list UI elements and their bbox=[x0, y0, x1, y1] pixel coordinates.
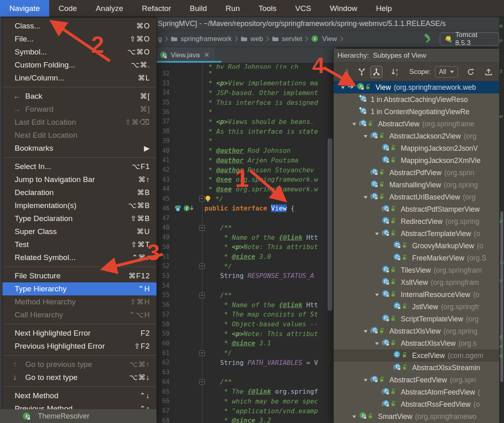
line-number[interactable]: 54 bbox=[156, 282, 174, 289]
menubar-item-code[interactable]: Code bbox=[49, 0, 86, 17]
line-number[interactable]: 59 bbox=[156, 330, 174, 337]
code-line-49[interactable]: 49 * Name of the {@link Htt bbox=[156, 232, 337, 242]
close-icon[interactable]: ✕ bbox=[204, 51, 210, 59]
menu-item-file[interactable]: File...⇧⌘O bbox=[2, 33, 156, 46]
code-line-64[interactable]: 64− /** bbox=[156, 377, 337, 387]
code-line-56[interactable]: 56 * Name of the {@link Htt bbox=[156, 300, 337, 310]
hierarchy-row-freemarkerview[interactable]: CFreeMarkerView(org.S bbox=[334, 252, 499, 264]
code-line-55[interactable]: 55− /** bbox=[156, 291, 337, 300]
code-line-44[interactable]: 44 * @see org.springframework.w bbox=[156, 184, 337, 194]
menu-item-line-column[interactable]: Line/Column...⌘L bbox=[2, 72, 156, 85]
line-number[interactable]: 45 bbox=[156, 195, 174, 202]
code-area[interactable]: * by Rod Johnson (in ch32 *33 * <p>View … bbox=[156, 63, 337, 423]
expand-arrow[interactable] bbox=[361, 329, 370, 334]
line-number[interactable]: 55 bbox=[156, 291, 174, 299]
code-line-50[interactable]: 50 * <p>Note: This attribut bbox=[156, 242, 337, 252]
fold-handle-icon[interactable]: − bbox=[199, 225, 205, 231]
menu-item-type-declaration[interactable]: Type Declaration⇧⌘B bbox=[2, 212, 156, 225]
line-number[interactable]: 46 bbox=[156, 205, 174, 212]
line-number[interactable]: 36 bbox=[156, 108, 174, 116]
expand-all-button[interactable] bbox=[482, 66, 495, 78]
menu-item-next-highlighted-error[interactable]: Next Highlighted ErrorF2 bbox=[2, 327, 156, 340]
expand-arrow[interactable] bbox=[361, 377, 370, 383]
hierarchy-row-mappingjackson2xmlvie[interactable]: CMappingJackson2XmlVie bbox=[334, 154, 499, 167]
line-number[interactable]: 53 bbox=[156, 272, 174, 280]
expand-arrow[interactable] bbox=[349, 414, 359, 419]
hierarchy-row-mappingjackson2jsonv[interactable]: CMappingJackson2JsonV bbox=[334, 142, 499, 154]
hierarchy-row-abstractxlsxview[interactable]: (CAbstractXlsxView(org.s bbox=[334, 337, 499, 349]
menu-item-next-edit-location[interactable]: Next Edit Location bbox=[2, 129, 156, 142]
menubar-item-tools[interactable]: Tools bbox=[249, 0, 286, 17]
line-number[interactable]: 63 bbox=[156, 369, 174, 376]
background-tree-row[interactable]: I ThemeResolver bbox=[0, 409, 156, 423]
line-number[interactable]: 65 bbox=[156, 388, 174, 395]
hierarchy-row-xsltview[interactable]: CXsltView(org.springfram bbox=[334, 276, 499, 289]
hierarchy-row-view[interactable]: IView(org.springframework.web bbox=[334, 81, 499, 93]
expand-arrow[interactable] bbox=[372, 341, 382, 346]
line-number[interactable]: 49 bbox=[156, 234, 174, 241]
menu-item-class[interactable]: Class...⌘O bbox=[2, 20, 156, 33]
expand-arrow[interactable] bbox=[361, 134, 370, 139]
hierarchy-row-abstractview[interactable]: (CAbstractView(org.springframe bbox=[334, 118, 499, 130]
code-line-34[interactable]: 34 * JSP-based. Other implement bbox=[156, 88, 337, 98]
code-line-47[interactable]: 47 bbox=[156, 213, 337, 223]
code-line-63[interactable]: 63 bbox=[156, 367, 337, 377]
fold-handle-icon[interactable]: − bbox=[199, 263, 205, 269]
editor-scrollbar[interactable] bbox=[328, 138, 332, 311]
fold-handle-icon[interactable]: − bbox=[199, 196, 205, 202]
line-number[interactable]: 61 bbox=[156, 349, 174, 357]
refresh-button[interactable] bbox=[465, 66, 477, 78]
menu-item-select-in[interactable]: Select In...⌥F1 bbox=[2, 160, 156, 173]
code-line-65[interactable]: 65 * The {@link org.springf bbox=[156, 387, 337, 397]
line-number[interactable]: 58 bbox=[156, 321, 174, 328]
code-line-68[interactable]: 68 * @since 3.2 bbox=[156, 416, 337, 423]
expand-arrow[interactable] bbox=[372, 231, 382, 236]
code-line-36[interactable]: 36 * bbox=[156, 107, 337, 117]
hierarchy-row-tilesview[interactable]: CTilesView(org.springfram bbox=[334, 264, 499, 276]
expand-arrow[interactable] bbox=[361, 195, 370, 200]
hierarchy-row-abstractatomfeedview[interactable]: (CAbstractAtomFeedView( bbox=[334, 386, 499, 398]
breadcrumb-item-springframework[interactable]: springframework bbox=[171, 35, 238, 43]
code-line-40[interactable]: 40 * @author Rod Johnson bbox=[156, 146, 337, 156]
menu-item-symbol[interactable]: Symbol...⌥⌘O bbox=[2, 46, 156, 59]
menu-item-related-symbol[interactable]: Related Symbol...⌃⌘↑ bbox=[2, 251, 156, 264]
hierarchy-row-marshallingview[interactable]: CMarshallingView(org.spring bbox=[334, 179, 499, 191]
menu-item-file-structure[interactable]: File Structure⌘F12 bbox=[2, 269, 156, 282]
menu-item-implementation-s[interactable]: Implementation(s)⌥⌘B bbox=[2, 199, 156, 212]
line-number[interactable]: 37 bbox=[156, 118, 174, 125]
line-number[interactable]: 41 bbox=[156, 156, 174, 164]
code-line-39[interactable]: 39 * bbox=[156, 136, 337, 146]
line-number[interactable]: 44 bbox=[156, 185, 174, 193]
gutter[interactable]: CI bbox=[174, 205, 199, 212]
hierarchy-row-abstracttemplateview[interactable]: (CAbstractTemplateView(o bbox=[334, 228, 499, 240]
line-number[interactable]: 48 bbox=[156, 224, 174, 231]
fold-handle-icon[interactable]: − bbox=[199, 293, 205, 298]
menu-item-previous-highlighted-error[interactable]: Previous Highlighted Error⇧F2 bbox=[2, 340, 156, 353]
line-number[interactable]: 50 bbox=[156, 243, 174, 251]
hierarchy-row-abstractfeedview[interactable]: (CAbstractFeedView(org.spri bbox=[334, 374, 499, 386]
breadcrumb-item-g[interactable]: g bbox=[158, 35, 168, 43]
menu-item-next-method[interactable]: Next Method⌃↓ bbox=[2, 389, 156, 402]
line-number[interactable]: 32 bbox=[156, 70, 174, 77]
code-line-59[interactable]: 59 * <p>Note: This attribut bbox=[156, 329, 337, 338]
breadcrumb-item-web[interactable]: web bbox=[241, 35, 269, 43]
line-number[interactable]: 67 bbox=[156, 407, 174, 414]
menu-item-back[interactable]: ←Back⌘[ bbox=[2, 90, 156, 103]
menu-item-declaration[interactable]: Declaration⌘B bbox=[2, 186, 156, 199]
menubar-item-help[interactable]: Help bbox=[367, 0, 401, 17]
code-line-48[interactable]: 48− /** bbox=[156, 223, 337, 233]
menubar-item-build[interactable]: Build bbox=[180, 0, 216, 17]
hierarchy-row-abstractpdfstamperview[interactable]: (CAbstractPdfStamperView bbox=[334, 203, 499, 215]
hierarchy-row-abstractpdfview[interactable]: (CAbstractPdfView(org.sprin bbox=[334, 167, 499, 179]
subtypes-hierarchy-button[interactable] bbox=[370, 66, 382, 78]
line-number[interactable]: 40 bbox=[156, 147, 174, 154]
code-line-62[interactable]: 62 String PATH_VARIABLES = V bbox=[156, 358, 337, 368]
breadcrumb-item-servlet[interactable]: servlet bbox=[272, 35, 308, 43]
expand-arrow[interactable] bbox=[349, 121, 359, 127]
line-number[interactable]: 51 bbox=[156, 253, 174, 260]
code-line[interactable]: * by Rod Johnson (in ch bbox=[156, 63, 337, 69]
expand-arrow[interactable] bbox=[372, 292, 382, 297]
hierarchy-row-abstractxlsxstreamin[interactable]: (CAbstractXlsxStreamin bbox=[334, 362, 499, 374]
code-line-32[interactable]: 32 * bbox=[156, 69, 337, 78]
run-configuration-selector[interactable]: Tomcat 8.5.3 bbox=[440, 33, 499, 46]
